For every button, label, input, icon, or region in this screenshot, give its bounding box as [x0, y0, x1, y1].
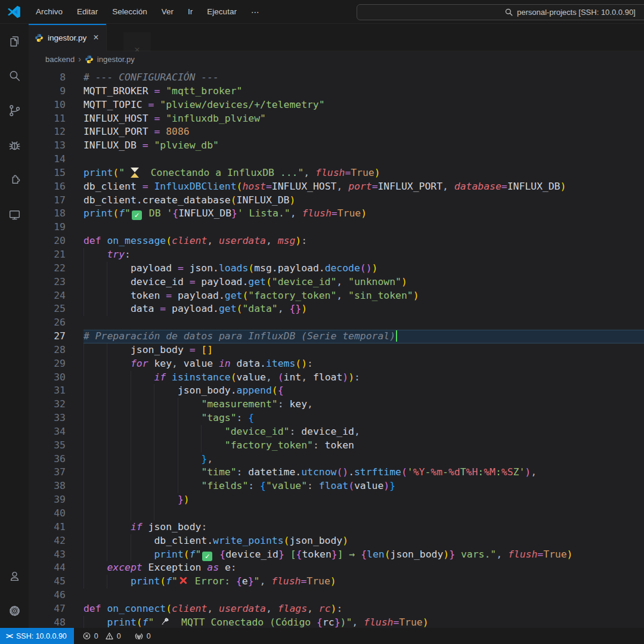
line-number[interactable]: 13: [29, 139, 66, 153]
line-number[interactable]: 34: [29, 425, 66, 439]
code-line[interactable]: 30 if isinstance(value, (int, float)):: [29, 371, 644, 385]
code-line[interactable]: 39 }): [29, 493, 644, 507]
line-number[interactable]: 23: [29, 275, 66, 289]
line-number[interactable]: 18: [29, 207, 66, 221]
line-number[interactable]: 28: [29, 343, 66, 357]
line-number[interactable]: 21: [29, 248, 66, 262]
code-line[interactable]: 20def on_message(client, userdata, msg):: [29, 234, 644, 248]
line-number[interactable]: 32: [29, 398, 66, 411]
code-line[interactable]: 24 token = payload.get("factory_token", …: [29, 289, 644, 303]
line-number[interactable]: 25: [29, 302, 66, 316]
sidebar-item-extensions[interactable]: [0, 162, 29, 197]
line-number[interactable]: 19: [29, 221, 66, 234]
remote-indicator[interactable]: >< SSH: 10.0.0.90: [0, 628, 74, 644]
line-number[interactable]: 14: [29, 153, 66, 166]
line-number[interactable]: 9: [29, 85, 66, 98]
line-number[interactable]: 30: [29, 371, 66, 385]
code-line[interactable]: 22 payload = json.loads(msg.payload.deco…: [29, 262, 644, 275]
sidebar-item-run-debug[interactable]: [0, 128, 29, 162]
code-line[interactable]: 37 "time": datetime.utcnow().strftime('%…: [29, 466, 644, 479]
sidebar-item-explorer[interactable]: [0, 24, 29, 58]
code-line[interactable]: 46: [29, 589, 644, 602]
command-center-search[interactable]: personal-projects [SSH: 10.0.0.90]: [357, 4, 644, 20]
line-number[interactable]: 27: [29, 330, 66, 343]
code-line[interactable]: 12INFLUX_PORT = 8086: [29, 125, 644, 139]
line-number[interactable]: 46: [29, 589, 66, 602]
code-line[interactable]: 35 "factory_token": token: [29, 439, 644, 453]
line-number[interactable]: 39: [29, 493, 66, 507]
sidebar-item-source-control[interactable]: [0, 93, 29, 128]
line-number[interactable]: 11: [29, 112, 66, 126]
code-line[interactable]: 18print(f"✓ DB '{INFLUX_DB}' Lista.", fl…: [29, 207, 644, 221]
code-line[interactable]: 23 device_id = payload.get("device_id", …: [29, 275, 644, 289]
menu-item-editar[interactable]: Editar: [71, 5, 104, 18]
code-line-active[interactable]: 27# Preparación de datos para InfluxDB (…: [29, 330, 644, 343]
code-line[interactable]: 43 print(f"✓ {device_id} [{token}] → {le…: [29, 548, 644, 562]
line-number[interactable]: 45: [29, 575, 66, 589]
line-number[interactable]: 47: [29, 602, 66, 616]
breadcrumb-file[interactable]: ingestor.py: [97, 55, 135, 64]
line-number[interactable]: 42: [29, 534, 66, 548]
sidebar-item-search[interactable]: [0, 58, 29, 93]
code-line[interactable]: 36 },: [29, 453, 644, 466]
menu-item-archivo[interactable]: Archivo: [30, 5, 69, 18]
code-line[interactable]: 15print(" Conectando a InfluxDB ...", fl…: [29, 166, 644, 180]
line-number[interactable]: 24: [29, 289, 66, 303]
code-line[interactable]: 13INFLUX_DB = "plview_db": [29, 139, 644, 153]
code-line[interactable]: 42 db_client.write_points(json_body): [29, 534, 644, 548]
line-number[interactable]: 22: [29, 262, 66, 275]
code-line[interactable]: 47def on_connect(client, userdata, flags…: [29, 602, 644, 616]
line-number[interactable]: 44: [29, 561, 66, 575]
line-number[interactable]: 36: [29, 453, 66, 466]
line-number[interactable]: 8: [29, 71, 66, 85]
code-line[interactable]: 45 print(f" Error: {e}", flush=True): [29, 575, 644, 589]
line-number[interactable]: 41: [29, 521, 66, 534]
accounts-button[interactable]: [0, 559, 29, 593]
code-editor[interactable]: 8# --- CONFIGURACIÓN ---9MQTT_BROKER = "…: [29, 67, 644, 628]
code-line[interactable]: 14: [29, 153, 644, 166]
ports-indicator[interactable]: 0: [134, 631, 151, 641]
code-line[interactable]: 11INFLUX_HOST = "influxdb_plview": [29, 112, 644, 126]
sidebar-item-remote-explorer[interactable]: [0, 197, 29, 231]
line-number[interactable]: 43: [29, 548, 66, 562]
line-number[interactable]: 29: [29, 357, 66, 371]
settings-button[interactable]: [0, 593, 29, 628]
menu-item-ver[interactable]: Ver: [156, 5, 179, 18]
code-line[interactable]: 34 "device_id": device_id,: [29, 425, 644, 439]
code-line[interactable]: 26: [29, 316, 644, 330]
code-line[interactable]: 44 except Exception as e:: [29, 561, 644, 575]
tab-ingestor-py[interactable]: ingestor.py ×: [29, 24, 107, 51]
problems-indicator[interactable]: 0 0: [82, 631, 121, 640]
line-number[interactable]: 12: [29, 125, 66, 139]
line-number[interactable]: 48: [29, 616, 66, 628]
code-line[interactable]: 48 print(f" MQTT Conectado (Código {rc})…: [29, 616, 644, 628]
line-number[interactable]: 37: [29, 466, 66, 479]
line-number[interactable]: 17: [29, 194, 66, 208]
line-number[interactable]: 20: [29, 234, 66, 248]
code-line[interactable]: 33 "tags": {: [29, 411, 644, 425]
menu-item-ir[interactable]: Ir: [182, 5, 199, 18]
tab-close-icon[interactable]: ×: [93, 33, 98, 42]
code-line[interactable]: 40: [29, 507, 644, 521]
line-number[interactable]: 33: [29, 411, 66, 425]
code-line[interactable]: 41 if json_body:: [29, 521, 644, 534]
breadcrumb-folder[interactable]: backend: [45, 55, 75, 64]
menu-item-[interactable]: ⋯: [245, 5, 265, 19]
code-line[interactable]: 10MQTT_TOPIC = "plview/devices/+/telemet…: [29, 98, 644, 112]
line-number[interactable]: 16: [29, 180, 66, 194]
menu-item-ejecutar[interactable]: Ejecutar: [201, 5, 243, 18]
code-line[interactable]: 29 for key, value in data.items():: [29, 357, 644, 371]
code-line[interactable]: 32 "measurement": key,: [29, 398, 644, 411]
menu-item-seleccin[interactable]: Selección: [106, 5, 153, 18]
code-line[interactable]: 21 try:: [29, 248, 644, 262]
line-number[interactable]: 31: [29, 384, 66, 398]
code-line[interactable]: 16db_client = InfluxDBClient(host=INFLUX…: [29, 180, 644, 194]
code-line[interactable]: 31 json_body.append({: [29, 384, 644, 398]
line-number[interactable]: 15: [29, 166, 66, 180]
code-line[interactable]: 17db_client.create_database(INFLUX_DB): [29, 194, 644, 208]
code-line[interactable]: 38 "fields": {"value": float(value)}: [29, 479, 644, 493]
code-line[interactable]: 28 json_body = []: [29, 343, 644, 357]
code-line[interactable]: 8# --- CONFIGURACIÓN ---: [29, 71, 644, 85]
code-line[interactable]: 25 data = payload.get("data", {}): [29, 302, 644, 316]
code-line[interactable]: 19: [29, 221, 644, 234]
